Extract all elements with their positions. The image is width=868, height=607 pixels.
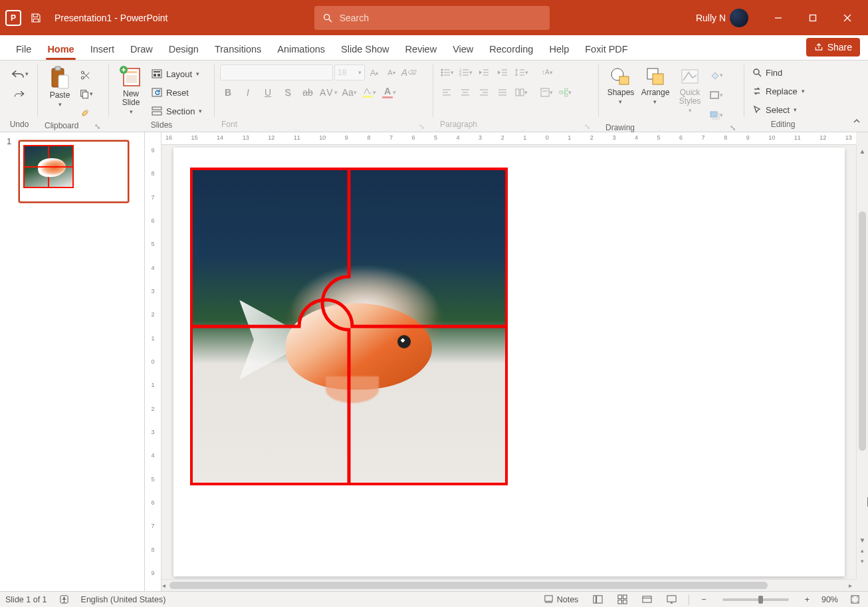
decrease-font-button[interactable]: A▾	[383, 64, 399, 80]
user-name[interactable]: Rully N	[696, 13, 726, 23]
quick-styles-button[interactable]: Quick Styles▾	[673, 64, 706, 115]
section-button[interactable]: Section ▾	[149, 103, 205, 119]
maximize-button[interactable]	[798, 7, 828, 29]
vertical-scroll-thumb[interactable]	[859, 211, 866, 451]
notes-button[interactable]: Notes	[541, 592, 582, 607]
text-direction-button[interactable]: ↕A▾	[538, 64, 554, 80]
copy-button[interactable]: ▾	[78, 86, 94, 102]
save-button[interactable]	[28, 10, 44, 26]
language-status[interactable]: English (United States)	[81, 595, 166, 604]
zoom-slider[interactable]	[722, 598, 789, 601]
normal-view-button[interactable]	[590, 592, 605, 607]
decrease-indent-button[interactable]	[476, 64, 492, 80]
horizontal-scrollbar[interactable]: ◂ ▸	[162, 579, 856, 591]
slide-sorter-view-button[interactable]	[615, 592, 630, 607]
zoom-in-button[interactable]: +	[802, 592, 812, 607]
font-family-input[interactable]	[220, 64, 333, 80]
tab-view[interactable]: View	[446, 44, 480, 60]
font-launcher[interactable]: ⤡	[417, 122, 426, 131]
arrange-button[interactable]: Arrange▾	[639, 64, 672, 107]
collapse-ribbon-button[interactable]	[852, 116, 861, 128]
shapes-button[interactable]: Shapes▾	[604, 64, 637, 107]
scroll-right-button[interactable]: ▸	[844, 580, 856, 591]
columns-button[interactable]: ▾	[513, 84, 529, 100]
tab-slideshow[interactable]: Slide Show	[334, 44, 396, 60]
slide-canvas[interactable]	[173, 148, 845, 576]
search-input[interactable]: Search	[314, 6, 550, 30]
replace-button[interactable]: Replace ▾	[750, 83, 808, 99]
undo-button[interactable]: ▾	[11, 66, 29, 82]
slideshow-view-button[interactable]	[664, 592, 679, 607]
shadow-button[interactable]: S	[280, 84, 296, 100]
clear-formatting-button[interactable]: A⌫	[401, 64, 417, 80]
char-spacing-button[interactable]: AV▾	[320, 84, 338, 100]
layout-button[interactable]: Layout ▾	[149, 66, 205, 82]
zoom-percentage[interactable]: 90%	[821, 595, 838, 604]
font-size-input[interactable]: 18▾	[334, 64, 365, 80]
align-right-button[interactable]	[476, 84, 492, 100]
tab-insert[interactable]: Insert	[84, 44, 121, 60]
tab-home[interactable]: Home	[41, 44, 80, 60]
underline-button[interactable]: U	[260, 84, 276, 100]
italic-button[interactable]: I	[240, 84, 256, 100]
prev-slide-button[interactable]: ▴	[857, 546, 867, 555]
line-spacing-button[interactable]: ▾	[513, 64, 529, 80]
shape-effects-button[interactable]: ▾	[708, 107, 724, 123]
align-center-button[interactable]	[457, 84, 473, 100]
fit-to-window-button[interactable]	[847, 592, 863, 607]
tab-foxit[interactable]: Foxit PDF	[578, 44, 634, 60]
tab-draw[interactable]: Draw	[124, 44, 160, 60]
share-button[interactable]: Share	[806, 38, 860, 57]
zoom-out-button[interactable]: −	[699, 592, 708, 607]
horizontal-scroll-thumb[interactable]	[169, 582, 768, 589]
tab-help[interactable]: Help	[542, 44, 576, 60]
minimize-button[interactable]	[763, 7, 794, 29]
reset-button[interactable]: Reset	[149, 84, 205, 100]
format-painter-button[interactable]	[78, 104, 94, 120]
puzzle-image-shape[interactable]	[190, 168, 508, 485]
tab-transitions[interactable]: Transitions	[208, 44, 268, 60]
change-case-button[interactable]: Aa▾	[342, 84, 358, 100]
align-left-button[interactable]	[439, 84, 455, 100]
tab-design[interactable]: Design	[162, 44, 205, 60]
paste-button[interactable]: Paste▾	[43, 64, 76, 110]
highlight-color-button[interactable]: ▾	[362, 84, 378, 100]
tab-animations[interactable]: Animations	[271, 44, 332, 60]
scroll-up-button[interactable]: ▲	[857, 145, 868, 157]
smartart-button[interactable]: ▾	[557, 84, 573, 100]
cut-button[interactable]	[78, 67, 94, 83]
close-button[interactable]	[832, 7, 863, 29]
slide-thumbnail-pane[interactable]: 1	[0, 132, 145, 591]
find-button[interactable]: Find	[750, 64, 785, 80]
shape-fill-button[interactable]: ▾	[708, 67, 724, 83]
bold-button[interactable]: B	[220, 84, 236, 100]
strikethrough-button[interactable]: ab	[300, 84, 316, 100]
zoom-slider-knob[interactable]	[758, 596, 763, 604]
numbering-button[interactable]: 123▾	[457, 64, 473, 80]
slide-counter[interactable]: Slide 1 of 1	[5, 595, 47, 604]
vertical-scrollbar[interactable]: ▲ ▼ ▴ ▾	[856, 145, 868, 579]
drawing-launcher[interactable]: ⤡	[728, 124, 737, 132]
reading-view-button[interactable]	[639, 592, 655, 607]
tab-file[interactable]: File	[9, 44, 38, 60]
increase-indent-button[interactable]	[494, 64, 510, 80]
align-text-button[interactable]: ▾	[538, 84, 554, 100]
slide-editor[interactable]: 9876543210123456789 16151413121110987654…	[145, 132, 868, 591]
scroll-down-button[interactable]: ▼	[857, 534, 868, 546]
shape-outline-button[interactable]: ▾	[708, 87, 724, 103]
paragraph-launcher[interactable]: ⤡	[583, 122, 592, 131]
clipboard-launcher[interactable]: ⤡	[93, 122, 102, 131]
font-color-button[interactable]: A▾	[381, 84, 397, 100]
increase-font-button[interactable]: A▴	[366, 64, 382, 80]
bullets-button[interactable]: ▾	[439, 64, 455, 80]
select-button[interactable]: Select ▾	[750, 102, 800, 118]
user-avatar[interactable]	[730, 9, 748, 27]
next-slide-button[interactable]: ▾	[857, 556, 867, 566]
slide-thumbnail-1[interactable]	[19, 140, 129, 203]
justify-button[interactable]	[494, 84, 510, 100]
redo-button[interactable]	[11, 86, 27, 102]
new-slide-button[interactable]: New Slide▾	[114, 64, 148, 116]
accessibility-button[interactable]	[56, 592, 72, 607]
tab-review[interactable]: Review	[399, 44, 444, 60]
scroll-left-button[interactable]: ◂	[158, 580, 169, 591]
